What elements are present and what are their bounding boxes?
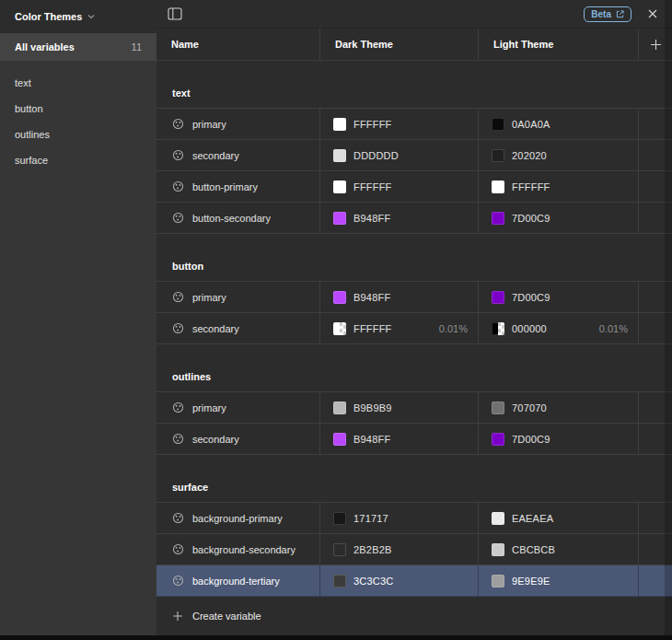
color-swatch[interactable] — [492, 149, 504, 162]
color-swatch[interactable] — [333, 149, 346, 162]
section-label: button — [172, 261, 203, 272]
beta-badge[interactable]: Beta — [584, 6, 631, 22]
color-swatch[interactable] — [333, 512, 346, 525]
variable-name-cell[interactable]: button-secondary — [156, 203, 319, 233]
sidebar-item-text[interactable]: text — [0, 70, 156, 96]
dark-theme-cell[interactable]: FFFFFF — [319, 109, 478, 139]
color-swatch[interactable] — [492, 291, 504, 304]
dark-theme-cell[interactable]: 3C3C3C — [319, 565, 478, 596]
color-swatch[interactable] — [492, 512, 504, 525]
dark-theme-cell[interactable]: 2B2B2B — [319, 534, 478, 564]
color-swatch[interactable] — [492, 433, 504, 446]
table-row[interactable]: secondary FFFFFF 0.01% 000000 0.01% — [156, 313, 672, 344]
color-swatch[interactable] — [333, 401, 346, 414]
add-mode-button[interactable] — [638, 29, 672, 60]
light-theme-cell[interactable]: 7D00C9 — [478, 203, 638, 233]
light-theme-cell[interactable]: CBCBCB — [478, 534, 638, 564]
variable-name-cell[interactable]: background-tertiary — [156, 565, 319, 596]
color-swatch[interactable] — [333, 212, 346, 225]
color-swatch[interactable] — [492, 575, 504, 588]
close-icon[interactable] — [643, 4, 663, 24]
table-row[interactable]: background-primary 171717 EAEAEA — [156, 503, 672, 534]
chevron-down-icon — [87, 13, 95, 20]
hex-value: FFFFFF — [353, 323, 392, 334]
hex-value: 7D00C9 — [512, 434, 550, 445]
dark-theme-cell[interactable]: FFFFFF — [319, 171, 478, 202]
color-swatch[interactable] — [492, 180, 504, 193]
variable-name-cell[interactable]: secondary — [156, 140, 319, 170]
toggle-sidebar-button[interactable] — [165, 4, 185, 24]
light-theme-cell[interactable]: FFFFFF — [478, 171, 638, 202]
color-swatch[interactable] — [333, 543, 346, 556]
variable-count-badge: 11 — [132, 41, 142, 52]
color-swatch[interactable] — [492, 322, 504, 335]
create-variable-button[interactable]: Create variable — [156, 597, 672, 635]
table-row[interactable]: secondary DDDDDD 202020 — [156, 140, 672, 171]
variable-name: secondary — [192, 150, 239, 161]
color-swatch[interactable] — [333, 575, 346, 588]
hex-value: FFFFFF — [512, 181, 550, 192]
column-header-light-theme[interactable]: Light Theme — [478, 29, 638, 60]
light-theme-cell[interactable]: 7D00C9 — [478, 282, 638, 312]
variable-name-cell[interactable]: background-secondary — [156, 534, 319, 564]
color-swatch[interactable] — [333, 433, 346, 446]
variable-name-cell[interactable]: primary — [156, 282, 319, 312]
light-theme-cell[interactable]: 7D00C9 — [478, 424, 638, 454]
row-add-cell — [638, 424, 672, 454]
table-row[interactable]: primary B9B9B9 707070 — [156, 392, 672, 424]
hex-value: B948FF — [353, 213, 390, 224]
variable-name-cell[interactable]: secondary — [156, 424, 319, 454]
color-swatch[interactable] — [333, 291, 346, 304]
variables-panel: Color Themes All variables 11 textbutton… — [0, 0, 672, 635]
dark-theme-cell[interactable]: B948FF — [319, 203, 478, 233]
light-theme-cell[interactable]: 0A0A0A — [478, 109, 638, 139]
sidebar-item-outlines[interactable]: outlines — [0, 122, 156, 147]
section-label: text — [172, 87, 191, 99]
table-row[interactable]: button-secondary B948FF 7D00C9 — [156, 203, 672, 234]
color-swatch[interactable] — [492, 543, 504, 556]
color-swatch[interactable] — [333, 322, 346, 335]
sidebar-item-all-variables[interactable]: All variables 11 — [0, 33, 156, 61]
variable-name: primary — [192, 292, 226, 303]
table-row[interactable]: secondary B948FF 7D00C9 — [156, 424, 672, 455]
table-row[interactable]: primary FFFFFF 0A0A0A — [156, 109, 672, 140]
dark-theme-cell[interactable]: 171717 — [319, 503, 478, 533]
hex-value: FFFFFF — [353, 119, 392, 130]
table-row[interactable]: primary B948FF 7D00C9 — [156, 282, 672, 313]
dark-theme-cell[interactable]: FFFFFF 0.01% — [319, 313, 478, 343]
variable-name-cell[interactable]: button-primary — [156, 171, 319, 202]
table-row[interactable]: background-secondary 2B2B2B CBCBCB — [156, 534, 672, 565]
dark-theme-cell[interactable]: B948FF — [319, 424, 478, 454]
variable-name-cell[interactable]: secondary — [156, 313, 319, 343]
beta-label: Beta — [591, 9, 611, 19]
color-swatch[interactable] — [492, 212, 504, 225]
group-list: textbuttonoutlinessurface — [0, 61, 156, 173]
dark-theme-cell[interactable]: DDDDDD — [319, 140, 478, 170]
sidebar-item-surface[interactable]: surface — [0, 147, 156, 173]
color-variable-icon — [172, 433, 184, 445]
collection-selector[interactable]: Color Themes — [0, 0, 156, 33]
variable-name-cell[interactable]: primary — [156, 109, 319, 139]
light-theme-cell[interactable]: 707070 — [478, 392, 638, 423]
color-swatch[interactable] — [492, 118, 504, 131]
light-theme-cell[interactable]: 000000 0.01% — [478, 313, 638, 343]
color-swatch[interactable] — [333, 180, 346, 193]
table-row[interactable]: button-primary FFFFFF FFFFFF — [156, 171, 672, 203]
color-variable-icon — [172, 291, 184, 303]
column-header-dark-theme[interactable]: Dark Theme — [319, 29, 478, 60]
dark-theme-cell[interactable]: B948FF — [319, 282, 478, 312]
hex-value: CBCBCB — [512, 544, 555, 555]
color-swatch[interactable] — [492, 401, 504, 414]
color-swatch[interactable] — [333, 118, 346, 131]
section-header-button: button — [156, 234, 672, 282]
table-row[interactable]: background-tertiary 3C3C3C 9E9E9E — [156, 565, 672, 597]
dark-theme-cell[interactable]: B9B9B9 — [319, 392, 478, 423]
light-theme-cell[interactable]: 202020 — [478, 140, 638, 170]
sidebar-item-button[interactable]: button — [0, 96, 156, 122]
color-variable-icon — [172, 575, 184, 587]
variable-name-cell[interactable]: background-primary — [156, 503, 319, 533]
light-theme-cell[interactable]: 9E9E9E — [478, 565, 638, 596]
light-theme-cell[interactable]: EAEAEA — [478, 503, 638, 533]
variable-name-cell[interactable]: primary — [156, 392, 319, 423]
color-variable-icon — [172, 149, 184, 161]
